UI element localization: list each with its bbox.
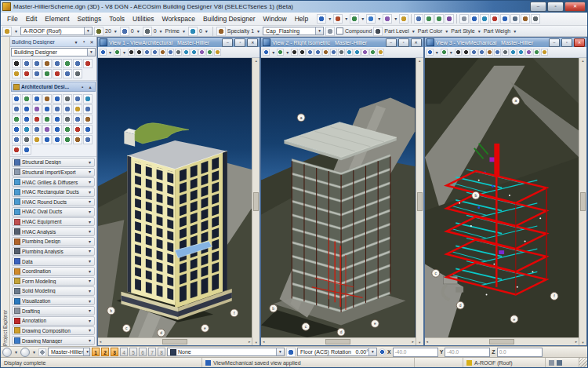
section-plumbing-design[interactable]: Plumbing Design▾ (12, 237, 95, 246)
dropdown-arrow-icon[interactable]: ▾ (368, 348, 376, 355)
tool-icon[interactable] (83, 125, 93, 134)
pan-view-icon[interactable] (494, 49, 501, 56)
tool-icon[interactable] (63, 104, 72, 114)
view-toggle-8[interactable]: 8 (158, 348, 165, 356)
explorer-icon[interactable] (459, 14, 469, 24)
tool-icon[interactable] (22, 104, 31, 114)
annotate-icon[interactable] (399, 14, 408, 24)
scrollbar-thumb[interactable] (417, 192, 423, 211)
section-hvac-grilles[interactable]: HVAC Grilles & Diffusers▾ (12, 177, 95, 187)
tool-icon[interactable] (53, 59, 62, 68)
section-structural-design[interactable]: Structural Design▾ (12, 158, 95, 167)
view-toggle-1[interactable]: 1 (92, 348, 100, 356)
section-hvac-oval-ducts[interactable]: HVAC Oval Ducts▾ (12, 207, 95, 217)
pan-view-icon[interactable] (330, 49, 337, 56)
menu-utilities[interactable]: Utilities (129, 13, 158, 25)
fit-view-icon[interactable] (314, 49, 321, 56)
scroll-up-icon[interactable]: ▲ (582, 59, 585, 63)
tool-icon[interactable] (83, 115, 93, 124)
rotate-view-icon[interactable] (322, 49, 329, 56)
close-button[interactable]: ✕ (564, 2, 586, 12)
raster-icon[interactable] (350, 14, 359, 24)
dropdown-arrow-icon[interactable]: ▾ (87, 209, 93, 215)
scrollbar-thumb[interactable] (253, 192, 259, 211)
walk-icon[interactable] (175, 49, 182, 56)
z-coordinate-input[interactable] (497, 348, 543, 357)
tool-icon[interactable] (12, 104, 21, 114)
scrollbar-thumb[interactable] (580, 192, 586, 211)
section-structural-import-export[interactable]: Structural Import/Export▾ (12, 168, 95, 177)
view-toggle-4[interactable]: 4 (120, 348, 128, 356)
dropdown-arrow-icon[interactable]: ▾ (315, 27, 323, 35)
view-adjust-icon[interactable] (114, 49, 121, 56)
horizontal-scrollbar[interactable]: ◄ ► (261, 337, 415, 345)
scroll-left-icon[interactable]: ◄ (262, 340, 265, 344)
locks-icon[interactable] (531, 14, 540, 24)
tool-icon[interactable] (73, 115, 82, 124)
part-level-button[interactable]: Part Level (384, 28, 409, 34)
scroll-down-icon[interactable]: ▼ (418, 341, 421, 344)
undo-icon[interactable] (414, 14, 423, 24)
tool-icon[interactable] (42, 125, 52, 134)
view-1-titlebar[interactable]: View 1 - ViewArchitectural _Master-Hilli… (98, 38, 260, 47)
accudraw-icon[interactable] (510, 14, 520, 24)
resize-grip[interactable] (579, 358, 587, 367)
dropdown-arrow-icon[interactable]: ▾ (285, 48, 290, 57)
zoom-in-icon[interactable] (128, 49, 135, 56)
tool-icon[interactable] (12, 145, 21, 155)
part-combo[interactable]: Cap_Flashing ▾ (263, 27, 324, 35)
dropdown-arrow-icon[interactable]: ▾ (87, 199, 93, 205)
scroll-up-icon[interactable]: ▲ (418, 59, 421, 63)
tool-icon[interactable] (32, 135, 42, 144)
pan-view-icon[interactable] (167, 49, 174, 56)
tool-icon[interactable] (63, 135, 72, 144)
view-adjust-icon[interactable] (277, 49, 284, 56)
menu-help[interactable]: Help (291, 13, 312, 25)
menu-window[interactable]: Window (260, 13, 291, 25)
section-drawing-manager[interactable]: Drawing Manager▾ (12, 336, 95, 345)
view-display-mode-icon[interactable] (426, 49, 434, 56)
tool-icon[interactable] (42, 115, 52, 124)
line-style-icon[interactable] (143, 27, 152, 36)
part-color-button[interactable]: Part Color (418, 28, 443, 34)
group-layout-icon[interactable]: ▪ (79, 85, 85, 89)
pen-icon[interactable] (216, 27, 226, 36)
part-weight-button[interactable]: Part Weigh (484, 28, 511, 34)
dropdown-arrow-icon[interactable]: ▾ (136, 27, 141, 36)
menu-tools[interactable]: Tools (105, 13, 129, 25)
tool-icon[interactable] (22, 145, 31, 155)
view-3-titlebar[interactable]: View 3 - ViewMechanical _Master-Hillier … (425, 38, 586, 47)
dropdown-arrow-icon[interactable]: ▾ (87, 258, 93, 264)
active-level-icon[interactable] (120, 27, 129, 36)
match-icon[interactable] (373, 27, 383, 36)
tool-icon[interactable] (12, 135, 21, 144)
menu-workspace[interactable]: Workspace (158, 13, 199, 25)
view-close-button[interactable]: ✕ (574, 38, 585, 47)
tool-icon[interactable] (63, 94, 72, 104)
dropdown-arrow-icon[interactable]: ▾ (434, 48, 440, 57)
tool-icon[interactable] (32, 104, 42, 114)
scroll-left-icon[interactable]: ◄ (99, 340, 102, 344)
architectural-group-header[interactable]: Architectural Desi... ▪ ▴ (11, 82, 96, 92)
tool-icon[interactable] (83, 94, 93, 104)
tool-icon[interactable] (12, 69, 21, 78)
view-minimize-button[interactable]: – (549, 38, 560, 47)
tool-icon[interactable] (73, 104, 82, 114)
dropdown-arrow-icon[interactable]: ▾ (107, 48, 113, 57)
scrollbar-thumb[interactable] (162, 339, 187, 344)
tool-icon[interactable] (73, 69, 82, 78)
view-maximize-button[interactable]: ▫ (234, 38, 245, 47)
panel-close-icon[interactable]: ✕ (89, 39, 95, 45)
status-active-level[interactable]: A-ROOF (Roof) (463, 358, 546, 367)
copy-view-icon[interactable] (361, 49, 368, 56)
view-close-button[interactable]: ✕ (411, 38, 422, 47)
tool-icon[interactable] (53, 135, 62, 144)
scroll-down-icon[interactable]: ▼ (255, 341, 258, 344)
tool-icon[interactable] (42, 104, 52, 114)
dropdown-arrow-icon[interactable]: ▾ (87, 288, 93, 294)
scroll-up-icon[interactable]: ▲ (255, 59, 258, 63)
zoom-out-icon[interactable] (136, 49, 143, 56)
walk-icon[interactable] (502, 49, 509, 56)
fence-icon[interactable] (557, 360, 562, 366)
tool-icon[interactable] (42, 135, 52, 144)
